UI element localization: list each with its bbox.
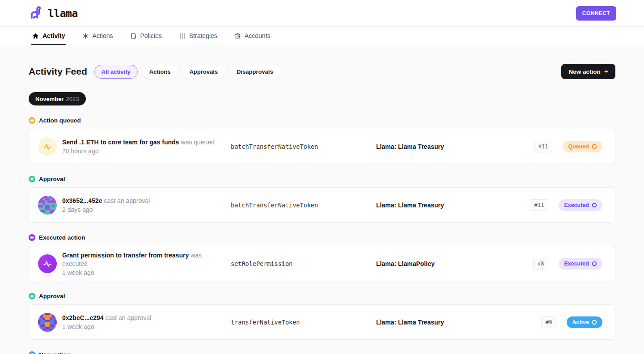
star-burst-icon — [29, 117, 35, 124]
section-header-approval: Approval — [29, 176, 615, 182]
account-name: Llama: Llama Treasury — [376, 319, 541, 326]
brand-name: llama — [48, 8, 78, 19]
ring-icon — [592, 202, 597, 208]
activity-title: 0x2beC...c294 — [62, 314, 104, 321]
tab-policies[interactable]: Policies — [130, 27, 162, 45]
activity-suffix: cast an approval — [104, 197, 150, 204]
connect-button[interactable]: CONNECT — [576, 6, 616, 21]
section-header-action-queued: Action queued — [29, 117, 615, 124]
activity-time: 1 week ago — [62, 323, 224, 330]
pixel-avatar — [38, 313, 57, 332]
activity-row-approval[interactable]: 0x2beC...c294 cast an approval 1 week ag… — [29, 304, 615, 340]
top-header: llama CONNECT — [0, 0, 644, 27]
star-burst-icon — [29, 176, 35, 182]
document-icon — [130, 33, 137, 39]
bank-icon — [234, 33, 241, 39]
status-badge-executed: Executed — [559, 199, 602, 211]
pixel-avatar — [38, 196, 57, 215]
activity-row-executed[interactable]: Grant permission to transfer from treasu… — [29, 246, 615, 281]
tab-strategies[interactable]: Strategies — [179, 27, 217, 45]
action-id-badge: #9 — [541, 316, 556, 328]
pulse-avatar-icon — [38, 137, 57, 156]
function-name: batchTransferNativeToken — [231, 202, 376, 209]
action-id-badge: #11 — [534, 141, 553, 152]
tab-actions[interactable]: Actions — [82, 27, 113, 45]
activity-title: Grant permission to transfer from treasu… — [62, 252, 189, 259]
main-nav: Activity Actions Policies Strategies — [0, 27, 644, 45]
page-title: Activity Feed — [29, 66, 87, 77]
status-badge-active: Active — [567, 316, 602, 328]
section-header-executed-action: Executed action — [29, 234, 615, 241]
activity-row-approval[interactable]: 0x3652...452e cast an approval 2 days ag… — [29, 187, 615, 223]
status-badge-executed: Executed — [559, 258, 602, 270]
asterisk-icon — [82, 33, 89, 39]
section-header-approval: Approval — [29, 293, 615, 299]
function-name: setRolePermission — [231, 260, 376, 267]
activity-suffix: was queued — [181, 139, 215, 146]
ring-icon — [592, 320, 597, 325]
filter-all-activity[interactable]: All activity — [94, 65, 138, 79]
pulse-avatar-icon — [38, 254, 57, 273]
activity-title: 0x3652...452e — [62, 197, 102, 204]
status-badge-queued: Queued — [563, 141, 602, 152]
activity-suffix: cast an approval — [106, 314, 152, 321]
action-id-badge: #8 — [533, 258, 548, 270]
filter-approvals[interactable]: Approvals — [182, 65, 225, 79]
star-burst-icon — [29, 351, 35, 354]
tab-accounts[interactable]: Accounts — [234, 27, 271, 45]
filter-disapprovals[interactable]: Disapprovals — [229, 65, 280, 79]
plus-icon: + — [604, 67, 608, 76]
activity-time: 20 hours ago — [62, 148, 224, 155]
month-badge: November 2023 — [29, 92, 86, 105]
filter-pills: All activity Actions Approvals Disapprov… — [94, 65, 562, 79]
account-name: Llama: Llama Treasury — [376, 143, 534, 150]
activity-title: Send .1 ETH to core team for gas funds — [62, 139, 179, 146]
activity-time: 1 week ago — [62, 269, 224, 276]
action-id-badge: #11 — [530, 199, 549, 211]
function-name: transferNativeToken — [231, 319, 376, 326]
star-burst-icon — [29, 293, 35, 299]
section-header-new-action: New action — [29, 351, 615, 354]
activity-row-queued[interactable]: Send .1 ETH to core team for gas funds w… — [29, 129, 615, 164]
grid-dots-icon — [179, 33, 186, 39]
star-burst-icon — [29, 234, 35, 241]
function-name: batchTransferNativeToken — [231, 143, 376, 150]
loader-icon — [592, 144, 597, 149]
new-action-button[interactable]: New action + — [561, 64, 615, 79]
account-name: Llama: LlamaPolicy — [376, 260, 533, 267]
tab-activity[interactable]: Activity — [32, 27, 65, 45]
account-name: Llama: Llama Treasury — [376, 202, 530, 209]
home-icon — [32, 33, 39, 39]
llama-logo-icon — [29, 5, 44, 22]
ring-icon — [592, 261, 597, 266]
filter-actions[interactable]: Actions — [142, 65, 178, 79]
activity-time: 2 days ago — [62, 206, 224, 213]
brand[interactable]: llama — [29, 5, 78, 22]
